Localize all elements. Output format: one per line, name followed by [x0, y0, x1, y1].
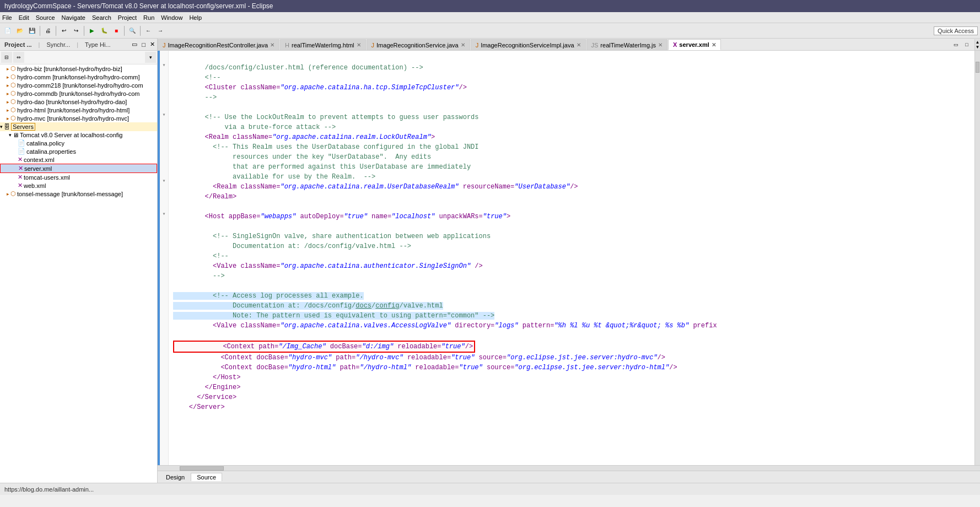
code-content[interactable]: /docs/config/cluster.html (reference doc… — [169, 51, 974, 465]
expand-icon: ▾ — [9, 132, 12, 138]
menu-source[interactable]: Source — [36, 14, 55, 21]
status-text: https://blog.do.me/aillant-admin... — [4, 486, 94, 493]
menu-file[interactable]: File — [2, 14, 12, 21]
maximize-editor-button[interactable]: □ — [961, 39, 972, 50]
menu-run[interactable]: Run — [143, 14, 154, 21]
tree-item-servers[interactable]: ▾ 🗄 Servers — [0, 122, 157, 131]
tree-item-tonsel-message[interactable]: ▸ ⬡ tonsel-message [trunk/tonsel-message… — [0, 190, 157, 198]
bottom-tabs: Design Source — [158, 471, 980, 483]
sep2 — [56, 26, 56, 36]
main-area: Project ... | Synchr... | Type Hi... ▭ □… — [0, 39, 980, 483]
menu-project[interactable]: Project — [118, 14, 137, 21]
stop-button[interactable]: ■ — [111, 25, 122, 36]
sep3 — [84, 26, 84, 36]
collapse-all-button[interactable]: ⊟ — [1, 52, 12, 63]
tab-realtime-water-img-js[interactable]: JS realTimeWaterImg.js ✕ — [586, 39, 668, 50]
panel-tab-typehi[interactable]: Type Hi... — [83, 41, 112, 48]
panel-tab-project[interactable]: Project ... — [2, 41, 34, 48]
search-button[interactable]: 🔍 — [127, 25, 138, 36]
editor-content[interactable]: ▾ ▾ ▾ — [158, 51, 980, 465]
tab-icon: H — [285, 42, 289, 48]
tab-source[interactable]: Source — [191, 473, 222, 481]
tree-item-web-xml[interactable]: ✕ web.xml — [0, 181, 157, 190]
project-icon: ⬡ — [10, 65, 16, 72]
expand-icon: ▸ — [7, 107, 9, 113]
tree-item-hydro-comm218[interactable]: ▸ ⬡ hydro-comm218 [trunk/tonsel-hydro/hy… — [0, 81, 157, 89]
tab-label: server.xml — [679, 41, 709, 48]
panel-tab-synch[interactable]: Synchr... — [44, 41, 72, 48]
maximize-button[interactable]: □ — [142, 41, 146, 48]
tab-close-icon[interactable]: ✕ — [658, 42, 663, 48]
forward-button[interactable]: → — [155, 25, 166, 36]
tree-item-hydro-dao[interactable]: ▸ ⬡ hydro-dao [trunk/tonsel-hydro/hydro-… — [0, 98, 157, 106]
title-text: hydrologyCommSpace - Servers/Tomcat v8.0… — [4, 2, 273, 10]
menu-navigate[interactable]: Navigate — [62, 14, 85, 21]
tree-label: hydro-commdb [trunk/tonsel-hydro/hydro-c… — [17, 90, 140, 97]
tree-item-hydro-comm[interactable]: ▸ ⬡ hydro-comm [trunk/tonsel-hydro/hydro… — [0, 73, 157, 81]
tab-label: realTimeWaterImg.js — [600, 42, 656, 48]
scroll-up-icon[interactable]: ▲ — [976, 40, 980, 45]
quick-access-button[interactable]: Quick Access — [934, 26, 978, 35]
fold-gutter: ▾ ▾ ▾ — [160, 51, 169, 465]
tree-item-server-xml[interactable]: ✕ server.xml — [0, 164, 157, 173]
back-button[interactable]: ← — [143, 25, 154, 36]
undo-button[interactable]: ↩ — [58, 25, 69, 36]
tree-label: hydro-comm [trunk/tonsel-hydro/hydro-com… — [17, 74, 140, 80]
tab-close-icon[interactable]: ✕ — [270, 42, 274, 48]
menu-edit[interactable]: Edit — [19, 14, 29, 21]
tab-close-icon[interactable]: ✕ — [461, 42, 465, 48]
project-icon: ⬡ — [10, 90, 16, 97]
expand-icon: ▸ — [7, 91, 9, 96]
minimize-editor-button[interactable]: ▭ — [950, 39, 961, 50]
vertical-scrollbar[interactable] — [974, 51, 980, 465]
hscrollbar-thumb[interactable] — [180, 466, 224, 471]
left-panel: Project ... | Synchr... | Type Hi... ▭ □… — [0, 39, 158, 483]
close-panel-button[interactable]: ✕ — [150, 41, 155, 48]
tab-close-icon[interactable]: ✕ — [712, 42, 716, 48]
scroll-down-icon[interactable]: ▼ — [976, 45, 980, 50]
tab-image-recognition-rest[interactable]: J ImageRecognitionRestController.java ✕ — [158, 39, 279, 50]
minimize-button[interactable]: ▭ — [132, 41, 137, 48]
debug-button[interactable]: 🐛 — [99, 25, 110, 36]
tab-design[interactable]: Design — [160, 473, 191, 482]
tab-server-xml[interactable]: X server.xml ✕ — [668, 39, 721, 50]
project-icon: ⬡ — [10, 106, 16, 114]
sep4 — [124, 26, 125, 36]
tree-item-tomcat[interactable]: ▾ 🖥 Tomcat v8.0 Server at localhost-conf… — [0, 131, 157, 139]
scrollbar-thumb[interactable] — [976, 62, 979, 73]
tree-menu-button[interactable]: ▾ — [145, 52, 156, 63]
expand-icon: ▸ — [7, 74, 9, 80]
tree-item-hydro-biz[interactable]: ▸ ⬡ hydro-biz [trunk/tonsel-hydro/hydro-… — [0, 64, 157, 73]
new-button[interactable]: 📄 — [2, 25, 13, 36]
tree-item-tomcat-users[interactable]: ✕ tomcat-users.xml — [0, 173, 157, 181]
tree-item-hydro-commdb[interactable]: ▸ ⬡ hydro-commdb [trunk/tonsel-hydro/hyd… — [0, 89, 157, 98]
tree-item-hydro-html[interactable]: ▸ ⬡ hydro-html [trunk/tonsel-hydro/hydro… — [0, 106, 157, 114]
print-button[interactable]: 🖨 — [42, 25, 53, 36]
menu-search[interactable]: Search — [92, 14, 111, 21]
save-button[interactable]: 💾 — [26, 25, 37, 36]
tree-label: context.xml — [24, 157, 55, 163]
redo-button[interactable]: ↪ — [71, 25, 82, 36]
menu-window[interactable]: Window — [161, 14, 182, 21]
left-panel-header: Project ... | Synchr... | Type Hi... ▭ □… — [0, 39, 157, 51]
servers-icon: 🗄 — [4, 123, 10, 130]
tab-icon: J — [476, 42, 479, 48]
menu-help[interactable]: Help — [189, 14, 202, 21]
open-button[interactable]: 📂 — [14, 25, 25, 36]
tab-close-icon[interactable]: ✕ — [357, 42, 361, 48]
tab-close-icon[interactable]: ✕ — [577, 42, 581, 48]
tree-label-server-xml: server.xml — [24, 165, 52, 172]
tree-item-catalina-policy[interactable]: 📄 catalina.policy — [0, 139, 157, 147]
run-button[interactable]: ▶ — [87, 25, 98, 36]
tab-image-recognition-service[interactable]: J ImageRecognitionService.java ✕ — [367, 39, 470, 50]
tab-realtime-water-img-html[interactable]: H realTimeWaterImg.html ✕ — [280, 39, 365, 50]
tree-item-catalina-props[interactable]: 📄 catalina.properties — [0, 147, 157, 155]
editor-tabs: J ImageRecognitionRestController.java ✕ … — [158, 39, 980, 51]
link-editor-button[interactable]: ⇔ — [13, 52, 24, 63]
expand-icon: ▾ — [0, 124, 3, 130]
horizontal-scrollbar[interactable] — [158, 465, 980, 471]
tree-item-context-xml[interactable]: ✕ context.xml — [0, 155, 157, 164]
tab-image-recognition-impl[interactable]: J ImageRecognitionServiceImpl.java ✕ — [471, 39, 586, 50]
tree-item-hydro-mvc[interactable]: ▸ ⬡ hydro-mvc [trunk/tonsel-hydro/hydro-… — [0, 114, 157, 122]
project-icon: ⬡ — [10, 115, 16, 122]
